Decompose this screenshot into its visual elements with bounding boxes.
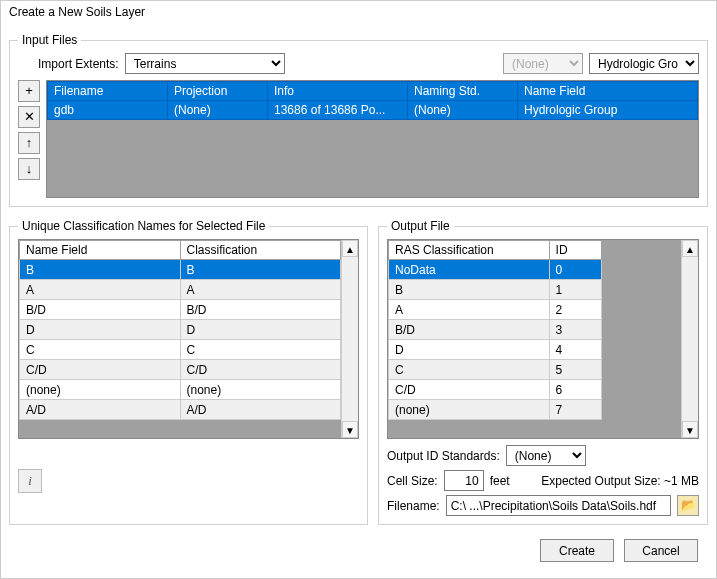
cell-classification: B/D bbox=[180, 300, 341, 320]
table-row[interactable]: C5 bbox=[389, 360, 681, 380]
table-row[interactable]: B1 bbox=[389, 280, 681, 300]
cell-size-label: Cell Size: bbox=[387, 474, 438, 488]
col-name-field[interactable]: Name Field bbox=[518, 82, 698, 101]
input-files-legend: Input Files bbox=[18, 33, 81, 47]
info-button[interactable]: i bbox=[18, 469, 42, 493]
table-row[interactable]: CC bbox=[20, 340, 341, 360]
scroll-down-icon[interactable]: ▼ bbox=[682, 421, 698, 438]
table-row[interactable]: A/DA/D bbox=[20, 400, 341, 420]
move-down-button[interactable]: ↓ bbox=[18, 158, 40, 180]
cell-blank bbox=[602, 400, 681, 420]
cell-id: 2 bbox=[549, 300, 602, 320]
create-button[interactable]: Create bbox=[540, 539, 614, 562]
table-row[interactable]: BB bbox=[20, 260, 341, 280]
browse-folder-button[interactable]: 📂 bbox=[677, 495, 699, 516]
cell-naming: (None) bbox=[408, 101, 518, 120]
table-row[interactable]: AA bbox=[20, 280, 341, 300]
col-projection[interactable]: Projection bbox=[168, 82, 268, 101]
cell-name-field: B bbox=[20, 260, 181, 280]
output-legend: Output File bbox=[387, 219, 454, 233]
cell-id: 4 bbox=[549, 340, 602, 360]
col-info[interactable]: Info bbox=[268, 82, 408, 101]
classification-legend: Unique Classification Names for Selected… bbox=[18, 219, 269, 233]
cell-ras: (none) bbox=[389, 400, 550, 420]
col-ras-classification[interactable]: RAS Classification bbox=[389, 241, 550, 260]
table-row[interactable]: (none)7 bbox=[389, 400, 681, 420]
table-row[interactable]: B/DB/D bbox=[20, 300, 341, 320]
cell-info: 13686 of 13686 Po... bbox=[268, 101, 408, 120]
col-filename[interactable]: Filename bbox=[48, 82, 168, 101]
cell-classification: C/D bbox=[180, 360, 341, 380]
cell-name-field: B/D bbox=[20, 300, 181, 320]
add-file-button[interactable]: + bbox=[18, 80, 40, 102]
output-table[interactable]: RAS Classification ID NoData0B1A2B/D3D4C… bbox=[388, 240, 681, 420]
cell-classification: B bbox=[180, 260, 341, 280]
output-filename-label: Filename: bbox=[387, 499, 440, 513]
files-table[interactable]: Filename Projection Info Naming Std. Nam… bbox=[46, 80, 699, 198]
cell-id: 7 bbox=[549, 400, 602, 420]
cell-filename: gdb bbox=[48, 101, 168, 120]
classification-table[interactable]: Name Field Classification BBAAB/DB/DDDCC… bbox=[19, 240, 341, 420]
output-id-standards-label: Output ID Standards: bbox=[387, 449, 500, 463]
table-row[interactable]: NoData0 bbox=[389, 260, 681, 280]
folder-icon: 📂 bbox=[681, 498, 696, 512]
move-up-button[interactable]: ↑ bbox=[18, 132, 40, 154]
cell-blank bbox=[602, 340, 681, 360]
cell-blank bbox=[602, 320, 681, 340]
cell-classification: C bbox=[180, 340, 341, 360]
cell-blank bbox=[602, 260, 681, 280]
table-row[interactable]: (none)(none) bbox=[20, 380, 341, 400]
cell-size-units: feet bbox=[490, 474, 510, 488]
scroll-up-icon[interactable]: ▲ bbox=[682, 240, 698, 257]
output-filename-input[interactable] bbox=[446, 495, 671, 516]
import-extents-select[interactable]: Terrains bbox=[125, 53, 285, 74]
col-naming-std[interactable]: Naming Std. bbox=[408, 82, 518, 101]
col-classification[interactable]: Classification bbox=[180, 241, 341, 260]
cell-ras: B bbox=[389, 280, 550, 300]
cell-ras: C bbox=[389, 360, 550, 380]
cell-id: 5 bbox=[549, 360, 602, 380]
scroll-down-icon[interactable]: ▼ bbox=[342, 421, 358, 438]
naming-std-select: (None) bbox=[503, 53, 583, 74]
import-extents-label: Import Extents: bbox=[38, 57, 119, 71]
cell-name-field: (none) bbox=[20, 380, 181, 400]
output-scrollbar[interactable]: ▲ ▼ bbox=[681, 240, 698, 438]
output-group: Output File RAS Classification ID NoData… bbox=[378, 219, 708, 525]
table-row[interactable]: DD bbox=[20, 320, 341, 340]
cell-ras: NoData bbox=[389, 260, 550, 280]
table-row[interactable]: C/D6 bbox=[389, 380, 681, 400]
cell-blank bbox=[602, 280, 681, 300]
cell-classification: A bbox=[180, 280, 341, 300]
cell-classification: A/D bbox=[180, 400, 341, 420]
col-name-field[interactable]: Name Field bbox=[20, 241, 181, 260]
classification-group: Unique Classification Names for Selected… bbox=[9, 219, 368, 525]
cell-ras: C/D bbox=[389, 380, 550, 400]
cell-name-field: A bbox=[20, 280, 181, 300]
dialog-title: Create a New Soils Layer bbox=[1, 1, 716, 23]
table-row[interactable]: D4 bbox=[389, 340, 681, 360]
cell-id: 3 bbox=[549, 320, 602, 340]
cell-id: 1 bbox=[549, 280, 602, 300]
table-row[interactable]: A2 bbox=[389, 300, 681, 320]
cell-size-input[interactable] bbox=[444, 470, 484, 491]
cell-classification: (none) bbox=[180, 380, 341, 400]
table-row[interactable]: C/DC/D bbox=[20, 360, 341, 380]
cell-name-field: A/D bbox=[20, 400, 181, 420]
cell-ras: A bbox=[389, 300, 550, 320]
name-field-select[interactable]: Hydrologic Grou bbox=[589, 53, 699, 74]
cell-name-field: D bbox=[20, 320, 181, 340]
cancel-button[interactable]: Cancel bbox=[624, 539, 698, 562]
remove-file-button[interactable]: ✕ bbox=[18, 106, 40, 128]
output-id-standards-select[interactable]: (None) bbox=[506, 445, 586, 466]
cell-blank bbox=[602, 380, 681, 400]
file-row[interactable]: gdb (None) 13686 of 13686 Po... (None) H… bbox=[48, 101, 698, 120]
scroll-up-icon[interactable]: ▲ bbox=[342, 240, 358, 257]
table-row[interactable]: B/D3 bbox=[389, 320, 681, 340]
col-id[interactable]: ID bbox=[549, 241, 602, 260]
cell-namefield: Hydrologic Group bbox=[518, 101, 698, 120]
classification-scrollbar[interactable]: ▲ ▼ bbox=[341, 240, 358, 438]
cell-classification: D bbox=[180, 320, 341, 340]
cell-id: 0 bbox=[549, 260, 602, 280]
cell-ras: B/D bbox=[389, 320, 550, 340]
cell-blank bbox=[602, 360, 681, 380]
